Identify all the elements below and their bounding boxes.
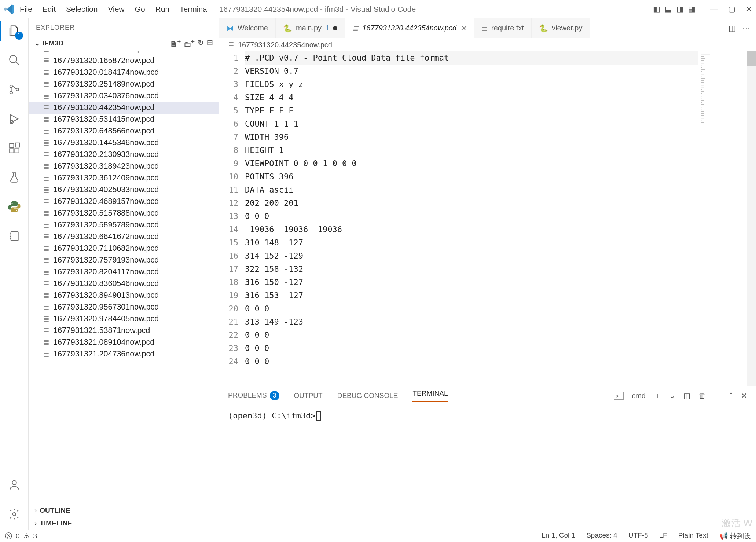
python-env-icon[interactable] (6, 199, 22, 215)
new-terminal-icon[interactable]: ＋ (654, 391, 661, 401)
explorer-more-icon[interactable]: ⋯ (205, 23, 212, 32)
file-icon: ≣ (43, 115, 49, 124)
terminal-dropdown-icon[interactable]: ⌄ (669, 391, 675, 400)
file-tree-item[interactable]: ≣1677931320.5895789now.pcd (29, 219, 219, 231)
activity-bar: 1 (0, 18, 29, 530)
menu-terminal[interactable]: Terminal (180, 5, 209, 14)
file-tree-item[interactable]: ≣1677931320.9567301now.pcd (29, 301, 219, 313)
settings-gear-icon[interactable] (6, 506, 22, 522)
split-terminal-icon[interactable]: ◫ (683, 391, 690, 400)
file-tree-item[interactable]: ≣1677931321.204736now.pcd (29, 348, 219, 360)
file-tree-item[interactable]: ≣1677931320.08418now.pcd (29, 51, 219, 55)
close-button[interactable]: ✕ (746, 5, 752, 14)
file-tree-item[interactable]: ≣1677931321.089104now.pcd (29, 337, 219, 348)
file-tree-item[interactable]: ≣1677931320.6641672now.pcd (29, 231, 219, 243)
file-tree-item[interactable]: ≣1677931320.648566now.pcd (29, 125, 219, 137)
status-errors-icon[interactable]: ⓧ (5, 531, 12, 541)
new-file-icon[interactable]: 🗎+ (170, 38, 181, 48)
panel-tab-terminal[interactable]: TERMINAL (412, 389, 448, 402)
file-tree-item[interactable]: ≣1677931320.8360546now.pcd (29, 278, 219, 290)
status-warnings-icon[interactable]: ⚠ (23, 532, 30, 540)
new-folder-icon[interactable]: 🗀+ (184, 38, 195, 48)
panel-more-icon[interactable]: ⋯ (714, 391, 721, 400)
close-tab-icon[interactable]: ✕ (460, 24, 466, 33)
maximize-button[interactable]: ▢ (728, 5, 735, 14)
menu-view[interactable]: View (108, 5, 124, 14)
file-tree-item[interactable]: ≣1677931320.8204117now.pcd (29, 266, 219, 278)
file-tree-item[interactable]: ≣1677931320.4025033now.pcd (29, 184, 219, 196)
panel-tab-debug[interactable]: DEBUG CONSOLE (337, 392, 398, 400)
file-icon: ≣ (43, 268, 49, 277)
panel-close-icon[interactable]: ✕ (741, 391, 747, 400)
file-tree[interactable]: ≣1677931320.08418now.pcd≣1677931320.1658… (29, 51, 219, 504)
panel-tab-output[interactable]: OUTPUT (294, 392, 323, 400)
file-tree-item[interactable]: ≣1677931320.442354now.pcd (29, 102, 219, 114)
panel-tab-problems[interactable]: PROBLEMS3 (228, 391, 279, 400)
split-editor-icon[interactable]: ◫ (729, 24, 736, 33)
kill-terminal-icon[interactable]: 🗑 (698, 392, 706, 400)
editor-scrollbar[interactable] (747, 51, 756, 386)
file-tree-item[interactable]: ≣1677931320.7579193now.pcd (29, 254, 219, 266)
explorer-icon[interactable]: 1 (6, 23, 22, 39)
layout-sidebar-left-icon[interactable]: ◧ (653, 5, 660, 14)
tab-main-py[interactable]: 🐍 main.py 1 (276, 18, 345, 38)
minimap[interactable]: ▬▬▬▬▬▬▬▬▬▬▬▬▬▬▬▬▬▬▬▬▬▬▬▬▬▬▬▬▬▬▬▬▬▬▬▬▬▬▬▬… (700, 51, 747, 386)
more-actions-icon[interactable]: ⋯ (742, 24, 750, 33)
file-tree-item[interactable]: ≣1677931320.165872now.pcd (29, 55, 219, 67)
folder-header[interactable]: ⌄IFM3D 🗎+ 🗀+ ↻ ⊟ (29, 37, 219, 50)
minimize-button[interactable]: — (710, 5, 718, 14)
file-tree-item[interactable]: ≣1677931321.53871now.pcd (29, 325, 219, 337)
file-tree-item[interactable]: ≣1677931320.0340376now.pcd (29, 90, 219, 102)
file-tree-item[interactable]: ≣1677931320.3189423now.pcd (29, 161, 219, 172)
menu-go[interactable]: Go (135, 5, 145, 14)
status-feedback-icon[interactable]: 📢 转到设 (719, 531, 751, 541)
file-tree-item[interactable]: ≣1677931320.0184174now.pcd (29, 67, 219, 78)
status-line-col[interactable]: Ln 1, Col 1 (542, 531, 575, 541)
file-tree-item[interactable]: ≣1677931320.2130933now.pcd (29, 149, 219, 161)
breadcrumb[interactable]: ≣ 1677931320.442354now.pcd (219, 38, 756, 51)
tab-require-txt[interactable]: ≣ require.txt (474, 18, 532, 38)
menu-edit[interactable]: Edit (43, 5, 56, 14)
layout-grid-icon[interactable]: ▦ (688, 5, 696, 14)
svg-point-0 (10, 55, 17, 63)
file-tree-item[interactable]: ≣1677931320.251489now.pcd (29, 78, 219, 90)
terminal-content[interactable]: (open3d) C:\ifm3d> (219, 405, 756, 530)
terminal-shell-label[interactable]: cmd (632, 392, 646, 400)
layout-sidebar-right-icon[interactable]: ◨ (676, 5, 684, 14)
menu-run[interactable]: Run (155, 5, 170, 14)
extensions-icon[interactable] (6, 140, 22, 156)
run-debug-icon[interactable] (6, 111, 22, 127)
refresh-icon[interactable]: ↻ (198, 38, 204, 48)
file-tree-item[interactable]: ≣1677931320.1445346now.pcd (29, 137, 219, 149)
file-tree-item[interactable]: ≣1677931320.4689157now.pcd (29, 196, 219, 208)
file-tree-item[interactable]: ≣1677931320.7110682now.pcd (29, 243, 219, 254)
panel-maximize-icon[interactable]: ˄ (729, 391, 733, 400)
file-tree-item[interactable]: ≣1677931320.9784405now.pcd (29, 313, 219, 325)
status-spaces[interactable]: Spaces: 4 (586, 531, 617, 541)
collapse-all-icon[interactable]: ⊟ (207, 38, 213, 48)
timeline-panel[interactable]: ›TIMELINE (29, 517, 219, 530)
tab-pcd-file[interactable]: ≣ 1677931320.442354now.pcd ✕ (345, 18, 474, 38)
file-tree-item[interactable]: ≣1677931320.8949013now.pcd (29, 290, 219, 301)
status-encoding[interactable]: UTF-8 (628, 531, 648, 541)
terminal-prompt: (open3d) C:\ifm3d> (228, 411, 315, 420)
testing-icon[interactable] (6, 169, 22, 186)
source-control-icon[interactable] (6, 81, 22, 98)
accounts-icon[interactable] (6, 477, 22, 493)
menu-file[interactable]: File (20, 5, 32, 14)
menu-selection[interactable]: Selection (66, 5, 98, 14)
outline-panel[interactable]: ›OUTLINE (29, 504, 219, 517)
file-tree-item[interactable]: ≣1677931320.3612409now.pcd (29, 172, 219, 184)
file-tree-item[interactable]: ≣1677931320.531415now.pcd (29, 114, 219, 125)
svg-rect-8 (15, 143, 19, 147)
notebook-icon[interactable] (6, 228, 22, 244)
file-tree-item[interactable]: ≣1677931320.5157888now.pcd (29, 208, 219, 219)
tab-viewer-py[interactable]: 🐍 viewer.py (532, 18, 590, 38)
status-eol[interactable]: LF (659, 531, 667, 541)
layout-panel-icon[interactable]: ⬓ (665, 5, 672, 14)
code-content[interactable]: # .PCD v0.7 - Point Cloud Data file form… (245, 51, 700, 386)
tab-welcome[interactable]: ⧓ Welcome (219, 18, 276, 38)
search-icon[interactable] (6, 52, 22, 68)
terminal-shell-icon[interactable]: >_ (614, 392, 624, 400)
status-language[interactable]: Plain Text (678, 531, 708, 541)
